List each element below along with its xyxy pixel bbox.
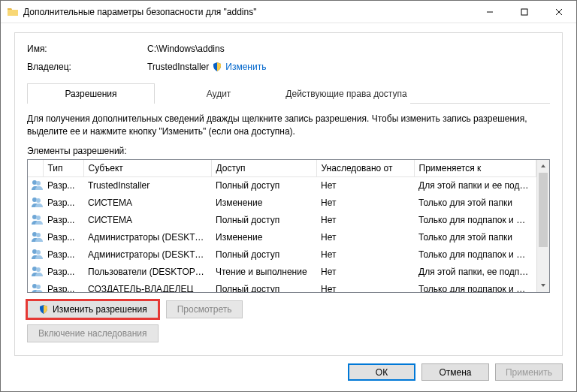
svg-point-10 — [36, 250, 41, 255]
svg-point-2 — [36, 181, 41, 185]
inner-panel: Имя: C:\Windows\addins Владелец: Trusted… — [14, 32, 563, 356]
row-applies: Для этой папки и ее подпап... — [414, 176, 536, 194]
row-icon — [28, 264, 43, 281]
row-access: Полный доступ — [211, 246, 316, 264]
col-applies-header[interactable]: Применяется к — [414, 160, 536, 177]
maximize-button[interactable] — [507, 1, 542, 23]
row-icon — [28, 246, 43, 264]
col-subject-header[interactable]: Субъект — [83, 160, 211, 177]
window-title: Дополнительные параметры безопасности дл… — [23, 7, 473, 17]
table-row[interactable]: Разр...TrustedInstallerПолный доступНетД… — [28, 176, 536, 194]
col-type-header[interactable]: Тип — [43, 160, 83, 177]
col-access-header[interactable]: Доступ — [211, 160, 316, 177]
view-label: Просмотреть — [177, 304, 232, 315]
owner-value-group: TrustedInstaller Изменить — [147, 62, 266, 72]
minimize-button[interactable] — [473, 1, 507, 23]
change-permissions-label: Изменить разрешения — [53, 304, 147, 315]
scroll-up-button[interactable] — [537, 160, 549, 173]
row-inherited: Нет — [316, 281, 414, 292]
tab-audit[interactable]: Аудит — [155, 83, 282, 104]
tab-effective-access[interactable]: Действующие права доступа — [282, 83, 410, 104]
col-inherited-header[interactable]: Унаследовано от — [316, 160, 414, 177]
row-inherited: Нет — [316, 229, 414, 246]
table-row[interactable]: Разр...Администраторы (DESKTOP...Изменен… — [28, 229, 536, 246]
change-owner-link[interactable]: Изменить — [225, 62, 266, 72]
row-subject: Пользователи (DESKTOP-96... — [83, 264, 211, 281]
enable-inheritance-button[interactable]: Включение наследования — [27, 324, 159, 342]
svg-rect-0 — [521, 9, 527, 15]
row-icon — [28, 212, 43, 229]
row-applies: Только для подпапок и фай... — [414, 246, 536, 264]
tab-strip: Разрешения Аудит Действующие права досту… — [27, 83, 550, 104]
scroll-track[interactable] — [537, 173, 549, 279]
row-access: Полный доступ — [211, 281, 316, 292]
row-subject: TrustedInstaller — [83, 176, 211, 194]
row-subject: Администраторы (DESKTOP... — [83, 246, 211, 264]
shield-icon — [38, 304, 49, 315]
row-inherited: Нет — [316, 176, 414, 194]
title-bar: Дополнительные параметры безопасности дл… — [1, 1, 576, 23]
row-type: Разр... — [43, 212, 83, 229]
scroll-down-button[interactable] — [537, 279, 549, 292]
row-type: Разр... — [43, 229, 83, 246]
content-area: Имя: C:\Windows\addins Владелец: Trusted… — [1, 23, 576, 356]
row-type: Разр... — [43, 264, 83, 281]
table-row[interactable]: Разр...СИСТЕМАПолный доступНетТолько для… — [28, 212, 536, 229]
apply-button[interactable]: Применить — [495, 363, 563, 381]
permissions-table-scroll: Тип Субъект Доступ Унаследовано от Приме… — [28, 160, 536, 292]
row-inherited: Нет — [316, 246, 414, 264]
table-row[interactable]: Разр...Администраторы (DESKTOP...Полный … — [28, 246, 536, 264]
row-applies: Только для подпапок и фай... — [414, 281, 536, 292]
window-buttons — [473, 1, 576, 23]
svg-point-3 — [32, 198, 37, 202]
row-applies: Только для подпапок и фай... — [414, 212, 536, 229]
dialog-button-row: ОК Отмена Применить — [1, 356, 576, 391]
svg-point-8 — [36, 233, 41, 237]
tab-permissions[interactable]: Разрешения — [27, 83, 155, 104]
owner-row: Владелец: TrustedInstaller Изменить — [27, 62, 550, 72]
row-type: Разр... — [43, 246, 83, 264]
ok-button[interactable]: ОК — [348, 363, 415, 381]
table-row[interactable]: Разр...СИСТЕМАИзменениеНетТолько для это… — [28, 194, 536, 212]
row-applies: Только для этой папки — [414, 229, 536, 246]
inheritance-row: Включение наследования — [27, 324, 550, 342]
row-icon — [28, 229, 43, 246]
vertical-scrollbar[interactable] — [536, 160, 549, 292]
row-access: Чтение и выполнение — [211, 264, 316, 281]
row-subject: СИСТЕМА — [83, 212, 211, 229]
shield-icon — [212, 62, 222, 72]
table-row[interactable]: Разр...СОЗДАТЕЛЬ-ВЛАДЕЛЕЦПолный доступНе… — [28, 281, 536, 292]
svg-point-7 — [32, 232, 37, 237]
row-inherited: Нет — [316, 264, 414, 281]
owner-label: Владелец: — [27, 62, 147, 72]
folder-icon — [7, 6, 19, 18]
cancel-button[interactable]: Отмена — [421, 363, 489, 381]
row-inherited: Нет — [316, 194, 414, 212]
row-applies: Для этой папки, ее подпапо... — [414, 264, 536, 281]
name-row: Имя: C:\Windows\addins — [27, 44, 550, 54]
row-applies: Только для этой папки — [414, 194, 536, 212]
view-button[interactable]: Просмотреть — [166, 300, 243, 318]
row-inherited: Нет — [316, 212, 414, 229]
description-text: Для получения дополнительных сведений дв… — [27, 113, 550, 138]
change-permissions-button[interactable]: Изменить разрешения — [27, 300, 159, 318]
svg-point-6 — [36, 216, 41, 220]
enable-inheritance-label: Включение наследования — [38, 328, 147, 339]
row-access: Изменение — [211, 229, 316, 246]
row-subject: СОЗДАТЕЛЬ-ВЛАДЕЛЕЦ — [83, 281, 211, 292]
row-access: Изменение — [211, 194, 316, 212]
svg-point-5 — [32, 215, 37, 219]
scroll-thumb[interactable] — [539, 173, 548, 247]
row-icon — [28, 281, 43, 292]
col-icon-header[interactable] — [28, 160, 43, 177]
row-icon — [28, 176, 43, 194]
close-button[interactable] — [542, 1, 576, 23]
action-buttons-row: Изменить разрешения Просмотреть — [27, 300, 550, 318]
name-label: Имя: — [27, 44, 147, 54]
table-row[interactable]: Разр...Пользователи (DESKTOP-96...Чтение… — [28, 264, 536, 281]
elements-label: Элементы разрешений: — [27, 146, 550, 156]
security-advanced-window: Дополнительные параметры безопасности дл… — [0, 0, 577, 392]
table-header-row: Тип Субъект Доступ Унаследовано от Приме… — [28, 160, 536, 177]
svg-point-1 — [32, 180, 37, 185]
row-type: Разр... — [43, 194, 83, 212]
